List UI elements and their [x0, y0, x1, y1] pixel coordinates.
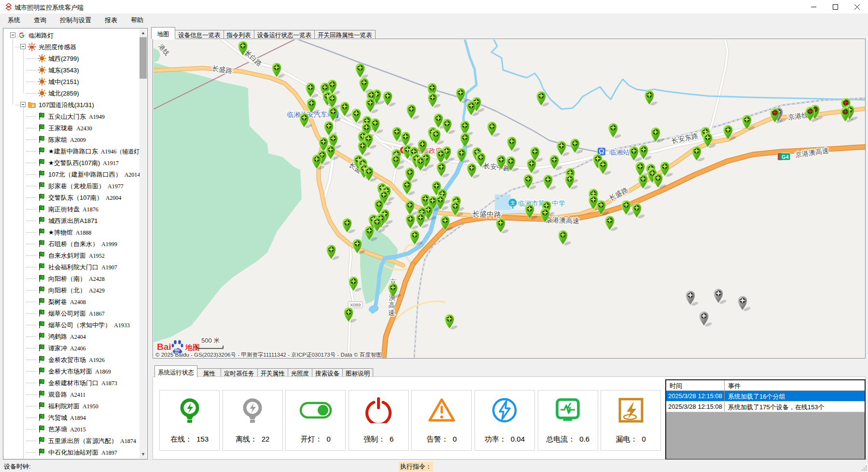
minimize-button[interactable]	[803, 0, 825, 14]
tree-item-label: 向阳桥（北）A2429	[48, 286, 105, 295]
tree-expand-box[interactable]	[20, 44, 26, 49]
menu-帮助[interactable]: 帮助	[125, 14, 149, 27]
card-value: 0	[327, 435, 331, 443]
flag-icon	[38, 344, 46, 352]
flag-icon	[38, 390, 46, 399]
tree-item[interactable]: 烟草公司对面A1867	[3, 307, 140, 319]
flag-icon	[38, 158, 46, 167]
card-label: 在线：	[170, 435, 192, 443]
tab-系统运行状态[interactable]: 系统运行状态	[154, 365, 197, 377]
menu-系统[interactable]: 系统	[2, 14, 26, 27]
tab-开关回路属性一览表[interactable]: 开关回路属性一览表	[314, 30, 376, 39]
event-log-row[interactable]: 2025/3/28 12:15:08系统加载了16个分组	[666, 391, 865, 402]
map-pond	[495, 194, 511, 210]
resize-grip[interactable]	[861, 465, 867, 471]
tree-item[interactable]: 107国道沿线(31/31)	[3, 99, 140, 111]
google-icon	[17, 31, 26, 40]
tree-item[interactable]: 自来水斜对面A1952	[3, 250, 140, 261]
maximize-button[interactable]	[825, 0, 846, 14]
tree-item[interactable]: 光照度传感器	[3, 41, 140, 53]
status-bar: 设备时钟: 执行指令：	[0, 459, 868, 472]
scroll-up-arrow[interactable]: ▲	[140, 29, 147, 37]
tree-item[interactable]: 陈家组A2009	[3, 134, 140, 145]
tree-item[interactable]: 金桥大市场对面A1869	[3, 365, 140, 377]
close-button[interactable]	[846, 0, 868, 14]
tree-item[interactable]: 向阳桥（北）A2429	[3, 284, 140, 296]
tree-root[interactable]: 临湘路灯	[3, 29, 140, 41]
tab-地图[interactable]: 地图	[151, 27, 175, 39]
tree-item[interactable]: 向阳桥（南）A2428	[3, 273, 140, 284]
map-container[interactable]: 港线长盛路长白路长盛长安中路长盛中路长盛路长安东路京港线京港澳高速京港澳高速京港…	[153, 39, 866, 359]
flag-icon	[38, 251, 46, 260]
scroll-down-arrow[interactable]: ▼	[140, 450, 147, 458]
scrollbar-thumb[interactable]	[140, 37, 147, 79]
tree-item[interactable]: 鸿鹤路A2404	[3, 331, 140, 342]
tab-指令列表[interactable]: 指令列表	[224, 30, 254, 39]
menu-控制与设置[interactable]: 控制与设置	[54, 14, 97, 27]
event-text: 系统加载了175个设备，在线153个	[725, 402, 865, 412]
card-value: 0.04	[511, 435, 525, 443]
menu-查询[interactable]: 查询	[28, 14, 52, 27]
tree-item-label: 向阳桥（南）A2428	[48, 275, 105, 283]
card-value: 153	[196, 435, 209, 443]
tree-scrollbar[interactable]: ▲ ▼	[140, 29, 147, 458]
tree-item[interactable]: ★建新中路路口东A1946（辅道灯）	[3, 145, 140, 157]
toggle-icon	[286, 397, 345, 423]
flag-icon	[38, 320, 46, 329]
menu-报表[interactable]: 报表	[99, 14, 123, 27]
tree-item-label: 彭家巷（党校后面）A1977	[48, 182, 124, 191]
event-log-row[interactable]: 2025/3/28 12:15:08系统加载了175个设备，在线153个	[666, 402, 865, 412]
tree-item-label: 金桥建材市场门口A1873	[48, 379, 117, 388]
tree-item-label: 烟草公司对面A1867	[48, 309, 105, 318]
flag-icon	[38, 402, 46, 410]
card-label: 离线：	[236, 435, 257, 443]
flag-icon	[38, 239, 46, 248]
tree-item[interactable]: 社会福利院大门口A1907	[3, 261, 140, 273]
tree-item[interactable]: 梨树巷A2408	[3, 296, 140, 307]
tree-item[interactable]: 城北(2859)	[3, 87, 140, 99]
tree-item[interactable]: ★博物馆A1888	[3, 226, 140, 238]
tree-item[interactable]: 中石化加油站对面A1897	[3, 446, 140, 458]
status-cards: 在线：153离线：22开灯：0强制：6告警：0功率：0.04总电流：0.6漏电：…	[159, 390, 664, 451]
tree-item[interactable]: 城东(3543)	[3, 64, 140, 76]
tree-item[interactable]: 谭家冲A2406	[3, 342, 140, 354]
tree-item[interactable]: 城西(2799)	[3, 53, 140, 64]
tree-item[interactable]: 观音路A2411	[3, 389, 140, 400]
tree-item-label: 鸿鹤路A2404	[48, 333, 86, 341]
map-label: 临湘市第一中学	[518, 199, 565, 207]
title-bar: 城市照明监控系统客户端	[0, 0, 868, 14]
tree-item[interactable]: 汽贸城A1894	[3, 412, 140, 423]
tree-item[interactable]: 芭茅塘A2015	[3, 423, 140, 435]
tree-item[interactable]: 城西派出所A1871	[3, 215, 140, 226]
flag-icon	[38, 124, 46, 132]
tree-item[interactable]: 交警队东（107南）A2004	[3, 192, 140, 203]
tree-item[interactable]: 南正街转盘A1876	[3, 203, 140, 215]
tree-item[interactable]: 福利院对面A1950	[3, 400, 140, 412]
tree-item[interactable]: ★交警队西(107南)A1917	[3, 157, 140, 168]
tab-设备信息一览表[interactable]: 设备信息一览表	[175, 30, 224, 39]
tree-item[interactable]: 金桥建材市场门口A1873	[3, 377, 140, 389]
tree-item[interactable]: 彭家巷（党校后面）A1977	[3, 180, 140, 192]
baidu-map[interactable]: 港线长盛路长白路长盛长安中路长盛中路长盛路长安东路京港线京港澳高速京港澳高速京港…	[154, 40, 865, 358]
tree-item-label: ★交警队西(107南)A1917	[48, 159, 119, 167]
event-log-table[interactable]: 时间 事件 2025/3/28 12:15:08系统加载了16个分组2025/3…	[665, 379, 866, 460]
tree-item[interactable]: 城中(2151)	[3, 76, 140, 87]
column-header-time[interactable]: 时间	[666, 380, 725, 390]
flag-icon	[38, 378, 46, 387]
tree-item[interactable]: 107北（建新中路路口西）A2014	[3, 168, 140, 180]
tree-item[interactable]: 五里派出所（富源汽配）A1874	[3, 435, 140, 446]
tree-item[interactable]: 烟草公司（求知中学）A1933	[3, 319, 140, 331]
tree-item[interactable]: 王家珑巷A2430	[3, 122, 140, 134]
column-header-event[interactable]: 事件	[725, 380, 865, 390]
status-card-离线: 离线：22	[223, 390, 283, 451]
tree-item[interactable]: 金桥农贸市场A1926	[3, 354, 140, 365]
tree-item-label: 观音路A2411	[48, 390, 85, 399]
tree-expand-box[interactable]	[20, 102, 26, 107]
card-value: 0.6	[579, 435, 589, 443]
tab-设备运行状态一览表[interactable]: 设备运行状态一览表	[254, 30, 315, 39]
tree-item[interactable]: 石咀桥（自来水）A1999	[3, 238, 140, 250]
map-label: 高	[389, 301, 395, 309]
tree-item[interactable]: 五尖山大门东A1949	[3, 111, 140, 122]
tree-item-label: 谭家冲A2406	[48, 344, 86, 353]
tree-expand-box[interactable]	[10, 32, 15, 38]
